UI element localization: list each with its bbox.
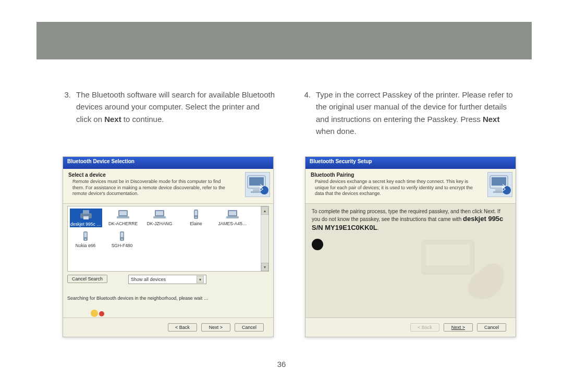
pairing-instructions: To complete the pairing process, type th… bbox=[312, 208, 509, 232]
passkey-cursor-icon bbox=[312, 239, 323, 250]
step-4: 4. Type in the correct Passkey of the pr… bbox=[297, 89, 516, 137]
bluetooth-monitor-icon bbox=[487, 172, 512, 197]
dialog2-header: Bluetooth Pairing Paired devices exchang… bbox=[305, 169, 516, 204]
step-3-bold: Next bbox=[104, 115, 121, 124]
svg-point-16 bbox=[195, 217, 197, 218]
device-filter-value: Show all devices bbox=[131, 277, 193, 282]
svg-rect-24 bbox=[121, 232, 124, 237]
cancel-button[interactable]: Cancel bbox=[235, 323, 264, 332]
device-item[interactable]: deskjet 995c S/N MY19E1C0KK0L bbox=[70, 209, 102, 227]
cancel-button[interactable]: Cancel bbox=[477, 323, 506, 332]
page-number: 36 bbox=[0, 360, 563, 369]
svg-rect-7 bbox=[83, 216, 89, 219]
chevron-down-icon: ▾ bbox=[197, 276, 204, 283]
dialog1-titlebar: Bluetooth Device Selection bbox=[63, 157, 273, 169]
search-status-text: Searching for Bluetooth devices in the n… bbox=[67, 296, 269, 301]
svg-rect-12 bbox=[156, 211, 163, 215]
svg-rect-18 bbox=[229, 211, 236, 215]
svg-rect-10 bbox=[117, 216, 129, 218]
searching-icon bbox=[89, 308, 107, 318]
svg-rect-15 bbox=[195, 211, 198, 215]
step-4-text-b: when done. bbox=[316, 127, 357, 136]
svg-rect-19 bbox=[226, 216, 239, 218]
step-3: 3. The Bluetooth software will search fo… bbox=[57, 89, 276, 137]
svg-rect-21 bbox=[84, 232, 87, 237]
device-row-1: deskjet 995c S/N MY19E1C0KK0LDK-ACHERRED… bbox=[70, 209, 259, 227]
dialog2-body: To complete the pairing process, type th… bbox=[305, 204, 516, 332]
bluetooth-security-setup-dialog: Bluetooth Security Setup Bluetooth Pairi… bbox=[305, 156, 516, 337]
bluetooth-monitor-icon bbox=[245, 172, 270, 197]
step-3-text: The Bluetooth software will search for a… bbox=[76, 89, 276, 137]
passkey-input-area[interactable] bbox=[312, 239, 509, 250]
dialog1-header-title: Select a device bbox=[68, 172, 269, 178]
step-4-text: Type in the correct Passkey of the print… bbox=[316, 89, 516, 137]
device-item[interactable]: Elaine bbox=[180, 209, 212, 227]
device-list[interactable]: deskjet 995c S/N MY19E1C0KK0LDK-ACHERRED… bbox=[68, 206, 261, 271]
device-item[interactable]: SGH-F480 bbox=[106, 230, 138, 248]
dialog1-header: Select a device Remote devices must be i… bbox=[63, 169, 273, 204]
device-item[interactable]: DK-ACHERRE bbox=[107, 209, 139, 227]
svg-point-22 bbox=[85, 239, 87, 240]
scroll-down-icon[interactable]: ▾ bbox=[261, 263, 268, 271]
dialog2-footer: < Back Next > Cancel bbox=[305, 317, 516, 337]
dialog2-header-title: Bluetooth Pairing bbox=[311, 172, 511, 178]
device-filter-select[interactable]: Show all devices ▾ bbox=[128, 275, 206, 284]
device-item[interactable]: Nokia e66 bbox=[70, 230, 101, 248]
dialog2-header-text: Paired devices exchange a secret key eac… bbox=[315, 179, 475, 197]
svg-rect-29 bbox=[492, 177, 506, 186]
svg-rect-6 bbox=[83, 210, 89, 214]
header-band bbox=[36, 22, 532, 59]
screenshots-row: Bluetooth Device Selection Select a devi… bbox=[63, 156, 516, 337]
svg-point-25 bbox=[121, 239, 123, 240]
dialog1-header-text: Remote devices must be in Discoverable m… bbox=[72, 179, 232, 197]
svg-rect-2 bbox=[253, 189, 260, 191]
svg-point-27 bbox=[99, 311, 104, 316]
device-list-box: deskjet 995c S/N MY19E1C0KK0LDK-ACHERRED… bbox=[67, 206, 269, 272]
step-4-number: 4. bbox=[297, 89, 316, 137]
next-button[interactable]: Next > bbox=[201, 323, 230, 332]
cancel-search-button[interactable]: Cancel Search bbox=[67, 275, 107, 283]
bluetooth-device-selection-dialog: Bluetooth Device Selection Select a devi… bbox=[63, 156, 274, 337]
svg-rect-1 bbox=[249, 177, 264, 186]
svg-rect-13 bbox=[153, 216, 166, 218]
svg-rect-30 bbox=[495, 189, 503, 191]
step-3-text-b: to continue. bbox=[121, 115, 164, 124]
device-item[interactable]: DK-JZHANG bbox=[144, 209, 175, 227]
scroll-up-icon[interactable]: ▴ bbox=[261, 206, 268, 215]
instruction-columns: 3. The Bluetooth software will search fo… bbox=[57, 89, 516, 137]
svg-point-26 bbox=[91, 310, 98, 317]
dialog1-body: deskjet 995c S/N MY19E1C0KK0LDK-ACHERRED… bbox=[63, 204, 273, 320]
dialog2-titlebar: Bluetooth Security Setup bbox=[305, 157, 516, 169]
step-3-number: 3. bbox=[57, 89, 76, 137]
scroll-track[interactable] bbox=[261, 215, 268, 263]
device-item[interactable]: JAMES-A45… bbox=[217, 209, 248, 227]
back-button: < Back bbox=[410, 323, 439, 332]
back-button[interactable]: < Back bbox=[168, 323, 197, 332]
step-4-bold: Next bbox=[483, 115, 500, 124]
svg-rect-9 bbox=[119, 211, 127, 215]
dialog1-footer: < Back Next > Cancel bbox=[63, 317, 273, 337]
device-row-2: Nokia e66SGH-F480 bbox=[70, 230, 259, 248]
device-list-scrollbar[interactable]: ▴ ▾ bbox=[261, 206, 268, 271]
next-button[interactable]: Next > bbox=[444, 323, 473, 332]
